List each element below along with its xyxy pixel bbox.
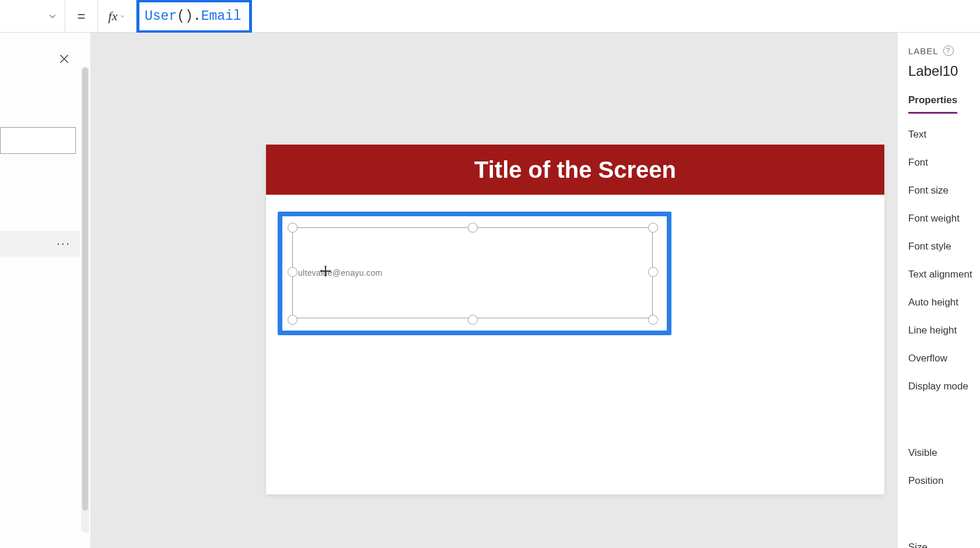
prop-display-mode[interactable]: Display mode — [908, 381, 980, 392]
screen-title-label: Title of the Screen — [474, 157, 676, 183]
prop-text-alignment[interactable]: Text alignment — [908, 269, 980, 280]
prop-font-size[interactable]: Font size — [908, 185, 980, 196]
prop-font-weight[interactable]: Font weight — [908, 213, 980, 224]
tab-properties[interactable]: Properties — [908, 91, 957, 114]
properties-tabs: Properties — [908, 91, 980, 114]
resize-handle-top-middle[interactable] — [468, 223, 478, 233]
prop-font[interactable]: Font — [908, 157, 980, 168]
formula-token-paren: ) — [185, 9, 193, 24]
formula-token-function: User — [145, 9, 177, 24]
prop-position[interactable]: Position — [908, 475, 980, 487]
resize-handle-middle-left[interactable] — [288, 267, 298, 277]
more-options-icon[interactable]: ··· — [57, 236, 71, 251]
chevron-down-icon — [120, 13, 125, 19]
selected-label-control[interactable]: ultevalue@enayu.com — [292, 227, 653, 318]
formula-input-container[interactable]: User().Email — [136, 0, 980, 32]
prop-overflow[interactable]: Overflow — [908, 353, 980, 364]
formula-token-property: Email — [201, 9, 242, 24]
selection-outline — [292, 227, 653, 318]
formula-token-paren: ( — [177, 9, 185, 24]
equals-sign: = — [65, 0, 98, 32]
properties-list: Text Font Font size Font weight Font sty… — [908, 129, 980, 548]
property-dropdown[interactable] — [0, 0, 65, 32]
close-panel-button[interactable] — [57, 51, 72, 66]
main-layout: ··· Title of the Screen ultevalue@enayu.… — [0, 33, 980, 548]
prop-line-height[interactable]: Line height — [908, 325, 980, 336]
help-icon[interactable]: ? — [943, 45, 954, 56]
prop-auto-height[interactable]: Auto height — [908, 297, 980, 308]
screen-header-bar[interactable]: Title of the Screen — [266, 145, 884, 195]
tree-view-panel: ··· — [0, 33, 91, 548]
fx-button[interactable]: fx — [98, 0, 136, 32]
fx-label: fx — [108, 9, 118, 24]
chevron-down-icon — [48, 12, 57, 20]
formula-expression[interactable]: User().Email — [136, 9, 242, 24]
control-type-row: LABEL ? — [908, 45, 980, 56]
move-cursor-icon — [318, 264, 332, 278]
resize-handle-top-right[interactable] — [648, 223, 658, 233]
formula-token-dot: . — [193, 9, 201, 24]
resize-handle-bottom-middle[interactable] — [468, 315, 478, 325]
resize-handle-bottom-right[interactable] — [648, 315, 658, 325]
canvas-area[interactable]: Title of the Screen ultevalue@enayu.com — [91, 33, 897, 548]
prop-visible[interactable]: Visible — [908, 447, 980, 459]
resize-handle-top-left[interactable] — [288, 223, 298, 233]
left-scrollbar[interactable] — [81, 66, 89, 533]
control-type-label: LABEL — [908, 46, 939, 56]
close-icon — [58, 53, 70, 65]
prop-text[interactable]: Text — [908, 129, 980, 140]
control-name[interactable]: Label10 — [908, 63, 980, 79]
formula-bar: = fx User().Email — [0, 0, 980, 33]
resize-handle-middle-right[interactable] — [648, 267, 658, 277]
tree-search-input[interactable] — [0, 127, 76, 154]
tree-item-selected[interactable]: ··· — [0, 231, 80, 257]
properties-panel: LABEL ? Label10 Properties Text Font Fon… — [897, 33, 980, 548]
prop-font-style[interactable]: Font style — [908, 241, 980, 252]
resize-handle-bottom-left[interactable] — [288, 315, 298, 325]
screen-artboard[interactable]: Title of the Screen — [266, 145, 884, 494]
prop-size[interactable]: Size — [908, 542, 980, 548]
scrollbar-thumb[interactable] — [82, 68, 88, 511]
